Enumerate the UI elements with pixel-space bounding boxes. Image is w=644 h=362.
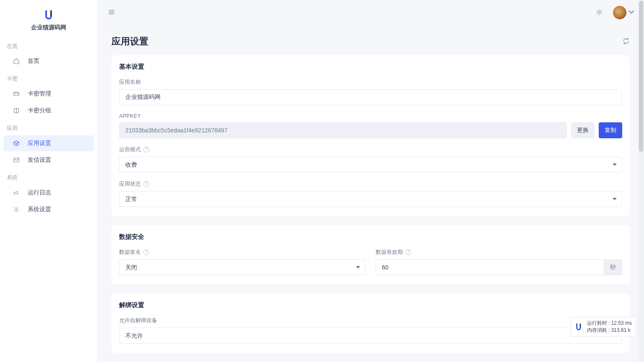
- scrollbar-track[interactable]: [638, 0, 644, 362]
- refresh-icon[interactable]: [622, 37, 630, 46]
- page-header: 应用设置: [112, 25, 630, 55]
- topbar: [97, 0, 644, 25]
- expire-label: 数据有效期 ?: [376, 248, 622, 256]
- content: 应用设置 基本设置 应用名称 APPKEY 更换 复制 运营模式 ? 收: [97, 25, 644, 362]
- copy-appkey-button[interactable]: 复制: [599, 122, 622, 138]
- sidebar-item-mail-settings[interactable]: 发信设置: [3, 152, 94, 168]
- sign-label: 数据签名 ?: [119, 248, 366, 256]
- mode-label: 运营模式 ?: [119, 146, 622, 153]
- brand-name: 企业猫源码网: [0, 24, 97, 31]
- card-data-security: 数据安全 数据签名 ? 关闭 数据有效期 ? 秒: [112, 225, 630, 284]
- sidebar-item-label: 运行日志: [28, 189, 51, 197]
- sidebar: 企业猫源码网 总览 首页 卡密 卡密管理 卡密分组 应用 应用设置 发信设置 系…: [0, 0, 97, 362]
- sidebar-item-label: 卡密分组: [28, 107, 51, 114]
- svg-point-6: [16, 209, 17, 210]
- mode-select[interactable]: 收费: [119, 157, 622, 173]
- sidebar-item-app-settings[interactable]: 应用设置: [3, 135, 94, 151]
- scrollbar-thumb[interactable]: [639, 1, 643, 152]
- card-title: 数据安全: [119, 233, 622, 241]
- card-title: 基本设置: [119, 63, 622, 71]
- logo-icon: [574, 322, 583, 332]
- help-icon[interactable]: ?: [405, 249, 411, 255]
- app-name-input[interactable]: [119, 89, 622, 105]
- card-title: 解绑设置: [119, 301, 622, 309]
- debug-runtime: 运行耗时 : 12.53 ms: [587, 320, 632, 327]
- menu-section-app: 应用: [0, 119, 97, 134]
- mail-icon: [13, 157, 20, 163]
- activity-icon: [13, 189, 20, 196]
- columns-icon: [13, 107, 20, 114]
- svg-rect-0: [14, 92, 19, 96]
- brand: 企业猫源码网: [0, 0, 97, 37]
- card-basic-settings: 基本设置 应用名称 APPKEY 更换 复制 运营模式 ? 收费 应用状: [112, 55, 630, 216]
- box-icon: [13, 140, 20, 147]
- debug-info: 运行耗时 : 12.53 ms 内存消耗 : 313.61 k: [571, 317, 636, 337]
- status-select[interactable]: 正常: [119, 191, 622, 207]
- avatar[interactable]: [613, 6, 626, 19]
- regen-appkey-button[interactable]: 更换: [571, 122, 595, 138]
- allow-unbind-label: 允许自解绑设备: [119, 317, 622, 324]
- expire-input[interactable]: [376, 259, 604, 275]
- sidebar-item-label: 系统设置: [28, 206, 51, 213]
- sidebar-item-runlog[interactable]: 运行日志: [3, 185, 94, 201]
- svg-point-10: [598, 11, 600, 13]
- chevron-down-icon[interactable]: [629, 9, 634, 16]
- menu-toggle-icon[interactable]: [107, 8, 116, 18]
- debug-memory: 内存消耗 : 313.61 k: [587, 327, 632, 334]
- gear-icon: [13, 206, 20, 213]
- logo-icon: [43, 8, 55, 21]
- svg-rect-5: [14, 158, 19, 162]
- app-name-label: 应用名称: [119, 78, 622, 86]
- allow-unbind-select[interactable]: 不允许: [119, 328, 622, 344]
- unit-seconds: 秒: [604, 259, 622, 275]
- help-icon[interactable]: ?: [143, 147, 149, 153]
- menu-section-overview: 总览: [0, 37, 97, 52]
- help-icon[interactable]: ?: [143, 249, 149, 255]
- sidebar-item-kami-group[interactable]: 卡密分组: [3, 103, 94, 119]
- sidebar-item-label: 卡密管理: [28, 90, 51, 98]
- menu-section-kami: 卡密: [0, 70, 97, 85]
- card-icon: [13, 90, 20, 97]
- sidebar-item-system-settings[interactable]: 系统设置: [3, 202, 94, 217]
- help-icon[interactable]: ?: [143, 181, 149, 187]
- theme-toggle-icon[interactable]: [595, 8, 603, 17]
- appkey-label: APPKEY: [119, 113, 622, 119]
- sidebar-item-home[interactable]: 首页: [3, 53, 94, 69]
- sidebar-item-label: 发信设置: [28, 156, 51, 164]
- sidebar-item-kami-manage[interactable]: 卡密管理: [3, 86, 94, 102]
- menu-section-system: 系统: [0, 169, 97, 184]
- home-icon: [13, 58, 20, 65]
- sidebar-item-label: 首页: [28, 57, 39, 65]
- appkey-input: [119, 122, 567, 138]
- sign-select[interactable]: 关闭: [119, 259, 366, 275]
- status-label: 应用状态 ?: [119, 180, 622, 188]
- page-title: 应用设置: [112, 35, 148, 48]
- card-unbind-settings: 解绑设置 允许自解绑设备 不允许: [112, 294, 630, 353]
- sidebar-item-label: 应用设置: [28, 140, 51, 147]
